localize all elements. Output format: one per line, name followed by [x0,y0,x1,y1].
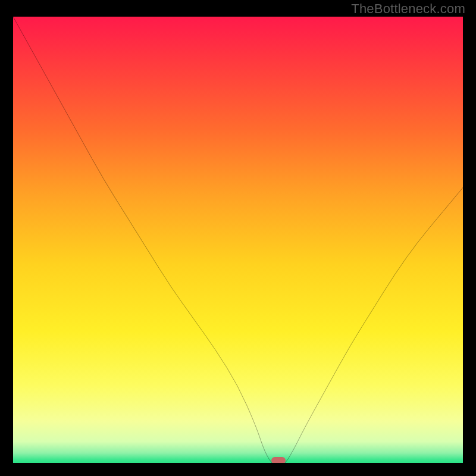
chart-frame: TheBottleneck.com [0,0,476,476]
watermark-text: TheBottleneck.com [351,1,465,17]
bottleneck-curve [13,17,463,463]
bottleneck-marker [271,457,286,464]
plot-area [13,17,463,463]
